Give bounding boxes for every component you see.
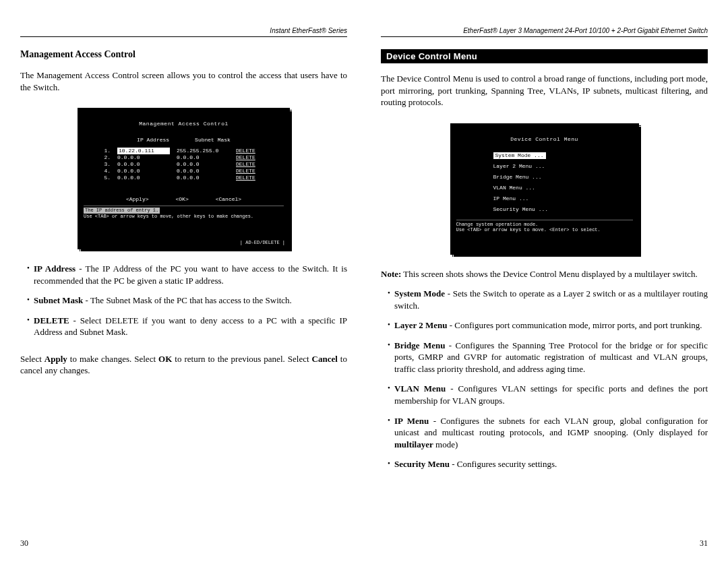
terminal-corner: | AD-ED/DELETE | bbox=[240, 240, 285, 246]
section-subtitle: Management Access Control bbox=[20, 49, 347, 60]
intro-paragraph-right: The Device Control Menu is used to contr… bbox=[381, 73, 708, 108]
menu-item: IP Menu ... bbox=[493, 195, 633, 202]
list-item: Layer 2 Menu - Configures port communica… bbox=[388, 319, 708, 332]
list-item: VLAN Menu - Configures VLAN settings for… bbox=[388, 383, 708, 406]
note-paragraph: Note: This screen shots shows the Device… bbox=[381, 268, 708, 280]
intro-paragraph: The Management Access Control screen all… bbox=[20, 69, 347, 93]
ok-label: <OK> bbox=[176, 196, 189, 203]
table-row: 1. 10.22.0.111 255.255.255.0 DELETE bbox=[104, 148, 284, 154]
terminal-title: Device Control Menu bbox=[456, 136, 633, 143]
terminal-screenshot-right: Device Control Menu System Mode ... Laye… bbox=[381, 123, 708, 255]
bullet-list-left: IP Address - The IP Address of the PC yo… bbox=[20, 263, 347, 346]
section-band: Device Control Menu bbox=[381, 49, 708, 63]
terminal-box: Device Control Menu System Mode ... Laye… bbox=[450, 123, 639, 255]
page-number-right: 31 bbox=[700, 538, 708, 549]
list-item: IP Address - The IP Address of the PC yo… bbox=[27, 263, 347, 286]
page-header-left: Instant EtherFast® Series bbox=[20, 27, 347, 37]
terminal-rows: 1. 10.22.0.111 255.255.255.0 DELETE 2. 0… bbox=[104, 148, 284, 181]
menu-item: Layer 2 Menu ... bbox=[493, 163, 633, 170]
terminal-actions: <Apply> <OK> <Cancel> bbox=[84, 196, 284, 203]
cancel-label: <Cancel> bbox=[216, 196, 241, 203]
bullet-list-right: System Mode - Sets the Switch to operate… bbox=[381, 288, 708, 478]
list-item: System Mode - Sets the Switch to operate… bbox=[388, 288, 708, 311]
terminal-column-headers: IP Address Subnet Mask bbox=[84, 137, 284, 144]
terminal-box: Management Access Control IP Address Sub… bbox=[78, 108, 290, 249]
list-item: Security Menu - Configures security sett… bbox=[388, 458, 708, 470]
page-number-left: 30 bbox=[20, 538, 28, 549]
col-subnet: Subnet Mask bbox=[195, 137, 231, 144]
list-item: Bridge Menu - Configures the Spanning Tr… bbox=[388, 340, 708, 375]
terminal-title: Management Access Control bbox=[84, 121, 284, 127]
menu-item: VLAN Menu ... bbox=[493, 185, 633, 191]
list-item: DELETE - Select DELETE if you want to de… bbox=[27, 315, 347, 338]
apply-label: <Apply> bbox=[126, 196, 149, 203]
page-right: EtherFast® Layer 3 Management 24-Port 10… bbox=[381, 27, 708, 549]
closing-paragraph: Select Apply to make changes. Select OK … bbox=[20, 353, 347, 377]
list-item: IP Menu - Configures the subnets for eac… bbox=[388, 415, 708, 451]
table-row: 3. 0.0.0.0 0.0.0.0 DELETE bbox=[104, 161, 284, 168]
table-row: 5. 0.0.0.0 0.0.0.0 DELETE bbox=[104, 175, 284, 181]
col-ip: IP Address bbox=[137, 137, 169, 144]
table-row: 4. 0.0.0.0 0.0.0.0 DELETE bbox=[104, 168, 284, 175]
terminal-hint: The IP address of entry 1. Use <TAB> or … bbox=[84, 206, 284, 220]
list-item: Subnet Mask - The Subnet Mask of the PC … bbox=[27, 294, 347, 307]
menu-item: Bridge Menu ... bbox=[493, 174, 633, 181]
page-left: Instant EtherFast® Series Management Acc… bbox=[20, 27, 347, 549]
terminal-menu: System Mode ... Layer 2 Menu ... Bridge … bbox=[493, 152, 633, 213]
table-row: 2. 0.0.0.0 0.0.0.0 DELETE bbox=[104, 154, 284, 161]
menu-item: System Mode ... bbox=[493, 152, 546, 159]
terminal-hint: Change system operation mode. Use <TAB> … bbox=[456, 220, 633, 234]
menu-item: Security Menu ... bbox=[493, 206, 633, 213]
page-header-right: EtherFast® Layer 3 Management 24-Port 10… bbox=[381, 27, 708, 37]
terminal-screenshot-left: Management Access Control IP Address Sub… bbox=[20, 108, 347, 249]
